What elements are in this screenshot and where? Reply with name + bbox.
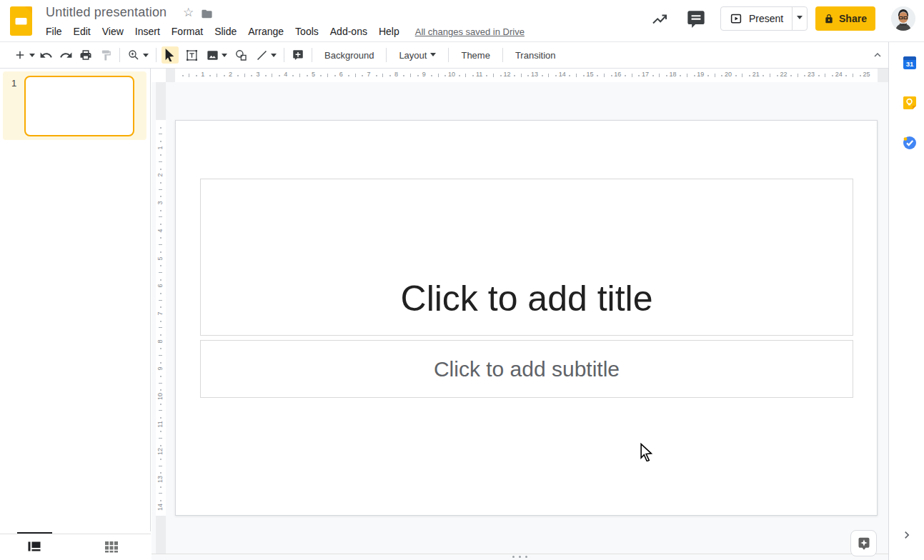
line-tool-button[interactable] [253, 46, 270, 64]
saved-status-link[interactable]: All changes saved in Drive [415, 26, 525, 37]
svg-text:31: 31 [906, 60, 914, 68]
tasks-icon[interactable] [903, 136, 917, 150]
document-title[interactable]: Untitled presentation [46, 5, 167, 20]
vnum: 8 [157, 336, 165, 346]
shape-button[interactable] [232, 46, 249, 64]
rtick [382, 74, 383, 77]
calendar-icon[interactable]: 31 [903, 56, 917, 70]
horizontal-ruler[interactable]: 1234567891011121314151617181920212223242… [166, 69, 888, 82]
subtitle-placeholder[interactable]: Click to add subtitle [200, 340, 853, 398]
undo-button[interactable] [37, 46, 54, 64]
vtick [159, 466, 162, 466]
menu-edit[interactable]: Edit [68, 24, 96, 39]
vnum: 14 [157, 502, 165, 512]
layout-button[interactable]: Layout [392, 46, 443, 65]
rdot [680, 75, 681, 76]
rtick [576, 74, 577, 77]
rdot [292, 75, 294, 76]
slides-logo-icon[interactable] [10, 6, 32, 36]
present-options-caret[interactable] [792, 7, 807, 30]
slide-thumbnail[interactable] [24, 76, 134, 136]
vertical-ruler[interactable]: 1234567891011121314 [156, 82, 166, 554]
menu-help[interactable]: Help [373, 24, 405, 39]
slide-row-selected[interactable]: 1 [3, 71, 146, 140]
insert-image-button[interactable] [204, 46, 221, 64]
chevron-right-icon[interactable] [900, 528, 914, 542]
rnum: 25 [861, 71, 873, 78]
vdot [160, 321, 162, 322]
transition-button[interactable]: Transition [508, 46, 563, 65]
folder-icon[interactable] [201, 8, 213, 20]
zoom-button[interactable] [125, 46, 142, 64]
rnum: 10 [446, 71, 457, 78]
comment-history-icon[interactable] [686, 9, 706, 29]
rnum: 9 [418, 71, 429, 78]
speaker-notes-divider[interactable] [151, 554, 888, 554]
menu-file[interactable]: File [46, 24, 68, 39]
rdot [542, 75, 543, 76]
share-button[interactable]: Share [815, 6, 875, 31]
vnum: 9 [157, 364, 165, 374]
speaker-notes-drag-handle[interactable] [512, 556, 527, 558]
redo-button[interactable] [57, 46, 74, 64]
title-placeholder[interactable]: Click to add title [200, 179, 853, 336]
image-caret-icon[interactable] [222, 54, 227, 60]
text-box-button[interactable] [183, 46, 200, 64]
editing-canvas: 1234567891011121314151617181920212223242… [151, 69, 888, 560]
rnum: 4 [280, 71, 292, 78]
menu-view[interactable]: View [96, 24, 129, 39]
add-comment-button[interactable] [289, 46, 307, 64]
slide-page[interactable]: Click to add title Click to add subtitle [175, 120, 878, 516]
star-icon[interactable]: ☆ [183, 6, 196, 19]
rnum: 12 [501, 71, 512, 78]
vtick [159, 189, 162, 190]
grid-view-icon[interactable] [104, 540, 119, 554]
rnum: 6 [335, 71, 347, 78]
explore-button[interactable] [850, 530, 877, 556]
vnum: 7 [157, 309, 165, 319]
explore-icon [857, 536, 871, 551]
side-panel: 31 [888, 42, 924, 560]
new-slide-button[interactable] [11, 46, 29, 64]
rtick [715, 74, 715, 77]
zoom-caret-icon[interactable] [143, 54, 149, 60]
toolbar: Background Layout Theme Transition [0, 42, 888, 69]
menu-addons[interactable]: Add-ons [324, 24, 373, 39]
menu-tools[interactable]: Tools [289, 24, 324, 39]
rnum: 13 [529, 71, 540, 78]
menu-arrange[interactable]: Arrange [242, 24, 289, 39]
menu-insert[interactable]: Insert [129, 24, 166, 39]
vnum: 1 [157, 143, 165, 153]
rtick [604, 74, 605, 77]
menu-slide[interactable]: Slide [209, 24, 242, 39]
keep-notes-icon[interactable] [903, 96, 917, 110]
print-button[interactable] [77, 46, 94, 64]
activity-trending-icon[interactable] [650, 9, 670, 29]
theme-button[interactable]: Theme [454, 46, 497, 65]
rnum: 24 [833, 71, 845, 78]
account-avatar[interactable] [891, 6, 915, 31]
rtick [770, 74, 770, 77]
line-caret-icon[interactable] [271, 54, 277, 60]
collapse-toolbar-button[interactable] [869, 46, 886, 64]
paint-format-button[interactable] [97, 46, 114, 64]
rdot [569, 75, 570, 76]
present-button-main[interactable]: Present [721, 7, 792, 30]
rtick [217, 74, 217, 77]
lock-icon [824, 14, 834, 24]
new-slide-caret-icon[interactable] [29, 54, 35, 60]
select-tool-button[interactable] [162, 46, 179, 64]
rnum: 8 [391, 71, 402, 78]
rdot [348, 75, 349, 76]
rtick [493, 74, 494, 77]
rdot [431, 75, 432, 76]
layout-caret-icon [430, 53, 436, 59]
vdot [160, 348, 162, 349]
present-button[interactable]: Present [720, 6, 808, 31]
vnum: 12 [157, 446, 165, 456]
filmstrip-view-icon[interactable] [27, 540, 41, 554]
rtick [659, 74, 660, 77]
background-button[interactable]: Background [317, 46, 381, 65]
vtick [159, 300, 162, 301]
menu-format[interactable]: Format [166, 24, 209, 39]
